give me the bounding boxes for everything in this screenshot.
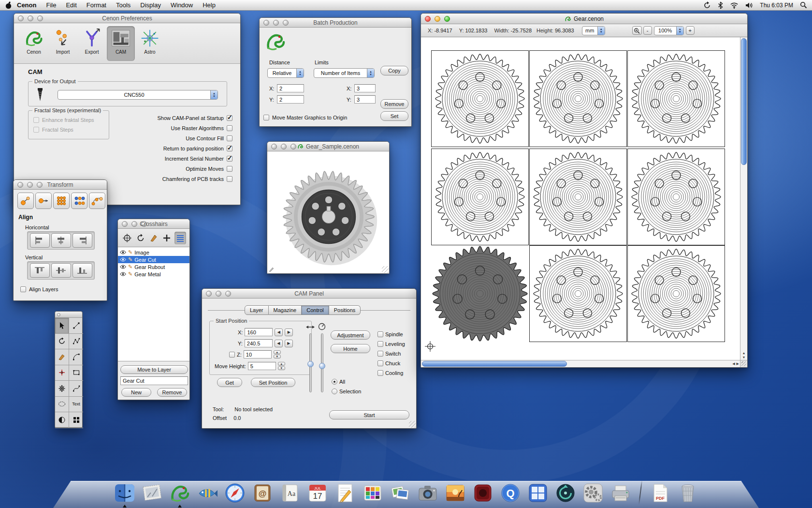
close-button[interactable] [18, 15, 24, 21]
spotlight-icon[interactable] [800, 1, 807, 9]
align-right-button[interactable] [72, 233, 92, 248]
start-button[interactable]: Start [329, 410, 409, 419]
close-button[interactable] [122, 221, 128, 227]
pref-option-checkbox[interactable] [227, 115, 232, 121]
tool-rotate[interactable] [55, 334, 69, 350]
batch-titlebar[interactable]: Batch Production [260, 18, 411, 28]
cam-panel-titlebar[interactable]: CAM Panel [202, 289, 416, 299]
z-field[interactable]: 10 [244, 350, 272, 359]
minimize-button[interactable] [131, 221, 137, 227]
dock-cenon[interactable] [168, 481, 191, 505]
gear-drawing[interactable] [431, 50, 529, 147]
close-button[interactable] [17, 182, 23, 188]
tool-text[interactable]: Text [69, 397, 83, 413]
fractal-steps-checkbox[interactable] [33, 127, 39, 133]
menu-tools[interactable]: Tools [111, 0, 135, 11]
zoom-button[interactable] [283, 20, 289, 26]
document-canvas[interactable] [421, 37, 741, 361]
vertical-scroll-thumb[interactable] [741, 38, 747, 165]
pref-option-checkbox[interactable] [227, 166, 232, 172]
editable-pen-icon[interactable]: ✎ [128, 257, 132, 262]
x-decrement-button[interactable]: ◀ [275, 329, 283, 336]
resize-handle[interactable] [382, 266, 389, 273]
scroll-arrows[interactable]: ▲▼ [740, 351, 747, 359]
visibility-eye-icon[interactable] [120, 272, 126, 276]
x-field[interactable]: 160 [245, 328, 273, 336]
tab-layer[interactable]: Layer [245, 305, 269, 315]
wifi-icon[interactable] [730, 2, 739, 9]
tool-ellipse[interactable] [55, 397, 69, 413]
menu-window[interactable]: Window [166, 0, 198, 11]
tool-target[interactable] [55, 412, 69, 428]
device-select[interactable]: CNC550 ▲▼ [58, 90, 218, 100]
resize-handle[interactable] [740, 360, 747, 367]
pref-option-checkbox[interactable] [227, 135, 232, 141]
align-bottom-button[interactable] [72, 263, 92, 278]
speed-slider-track[interactable] [309, 333, 312, 392]
home-button[interactable]: Home [331, 344, 370, 353]
transform-move-tool[interactable] [35, 193, 52, 209]
layer-row-gear-metal[interactable]: ✎ Gear Metal [118, 270, 189, 278]
remove-layer-button[interactable]: Remove [157, 388, 187, 397]
pref-option-checkbox[interactable] [227, 146, 232, 151]
menu-edit[interactable]: Edit [61, 0, 81, 11]
new-layer-button[interactable]: New [121, 388, 151, 397]
palette-titlebar[interactable] [55, 312, 82, 318]
distance-y-field[interactable]: 2 [277, 95, 304, 104]
zoom-in-button[interactable]: + [686, 26, 695, 35]
dock-frontrow[interactable] [471, 481, 494, 505]
tool-web[interactable] [55, 381, 69, 397]
close-button[interactable] [271, 144, 277, 149]
gear-drawing-selected[interactable] [431, 245, 529, 342]
tool-arc[interactable] [69, 349, 83, 365]
enhance-fraktal-checkbox[interactable] [33, 117, 39, 123]
transform-rotate-tool[interactable] [89, 193, 105, 209]
move-height-field[interactable]: 5 [248, 362, 276, 370]
gear-drawing[interactable] [627, 149, 725, 245]
dock-mail[interactable] [141, 481, 164, 505]
vertical-scrollbar[interactable]: ▲▼ [740, 37, 747, 360]
unit-select[interactable]: mm ▲▼ [582, 26, 605, 35]
y-decrement-button[interactable]: ◀ [275, 340, 283, 347]
editable-pen-icon[interactable]: ✎ [128, 271, 132, 277]
apple-menu-icon[interactable] [5, 1, 12, 9]
zoom-button[interactable] [290, 144, 296, 149]
dock-safari[interactable] [223, 481, 246, 505]
gear-photo[interactable] [277, 165, 380, 270]
z-up-button[interactable]: ▲ [274, 350, 281, 354]
dock-iphoto[interactable] [444, 481, 467, 505]
move-master-checkbox[interactable] [263, 115, 269, 120]
transform-scale-tool[interactable] [17, 193, 34, 209]
tool-rectangle[interactable] [69, 365, 83, 381]
tab-magazine[interactable]: Magazine [269, 305, 302, 315]
tool-mark[interactable] [55, 365, 69, 381]
tool-knife[interactable] [55, 349, 69, 365]
transform-titlebar[interactable]: Transform [14, 180, 107, 190]
rotate-tool-button[interactable] [134, 232, 146, 244]
limits-x-field[interactable]: 3 [354, 84, 376, 92]
gear-drawing[interactable] [529, 245, 627, 342]
prefs-tab-cam[interactable]: CAM [107, 26, 135, 61]
minimize-button[interactable] [273, 20, 279, 26]
tool-curve[interactable] [69, 381, 83, 397]
gear-drawing[interactable] [431, 149, 529, 245]
gear-drawing[interactable] [529, 149, 627, 245]
align-top-button[interactable] [30, 263, 50, 278]
transform-grid-tool[interactable] [53, 193, 70, 209]
dock-trash[interactable] [676, 481, 699, 505]
distance-x-field[interactable]: 2 [277, 84, 304, 92]
stepper-arrows-icon[interactable]: ▲▼ [676, 27, 683, 35]
sync-icon[interactable] [703, 1, 711, 9]
dock-tiles[interactable] [526, 481, 550, 505]
x-increment-button[interactable]: ▶ [285, 329, 293, 336]
zoom-button[interactable] [141, 221, 147, 227]
dock-ical[interactable]: JUL17 [306, 481, 329, 505]
crosshairs-titlebar[interactable]: Crosshairs [118, 219, 189, 229]
set-button[interactable]: Set [380, 111, 408, 121]
z-down-button[interactable]: ▼ [274, 355, 281, 359]
limits-y-field[interactable]: 3 [354, 95, 376, 104]
resize-handle[interactable] [409, 421, 416, 428]
gear-sample-canvas[interactable] [267, 151, 389, 273]
tool-polyline[interactable] [69, 334, 83, 350]
bluetooth-icon[interactable] [718, 1, 723, 9]
